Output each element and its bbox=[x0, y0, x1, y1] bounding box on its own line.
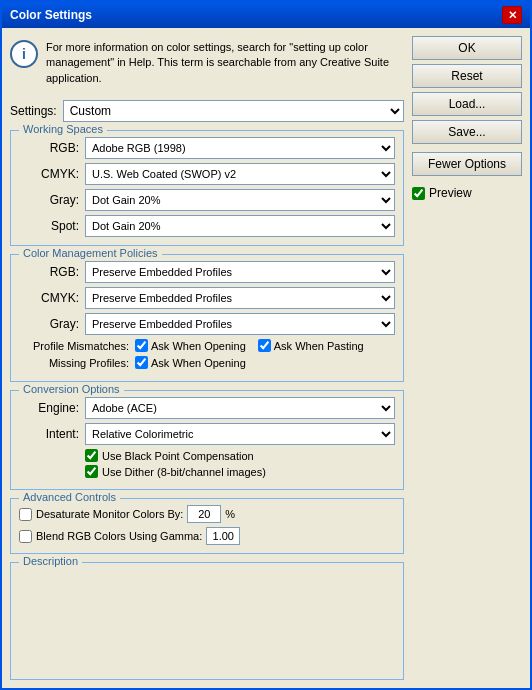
preview-label: Preview bbox=[429, 186, 472, 200]
cm-rgb-select[interactable]: Preserve Embedded Profiles bbox=[85, 261, 395, 283]
working-spaces-title: Working Spaces bbox=[19, 123, 107, 135]
advanced-controls-title: Advanced Controls bbox=[19, 491, 120, 503]
save-button[interactable]: Save... bbox=[412, 120, 522, 144]
title-bar: Color Settings ✕ bbox=[2, 2, 530, 28]
desaturate-checkbox[interactable] bbox=[19, 508, 32, 521]
cm-cmyk-label: CMYK: bbox=[19, 291, 79, 305]
cm-cmyk-select[interactable]: Preserve Embedded Profiles bbox=[85, 287, 395, 309]
description-box: Description bbox=[10, 562, 404, 680]
color-management-title: Color Management Policies bbox=[19, 247, 162, 259]
settings-select[interactable]: Custom bbox=[63, 100, 404, 122]
info-text: For more information on color settings, … bbox=[46, 40, 404, 86]
advanced-controls-inner: Desaturate Monitor Colors By: % Blend RG… bbox=[19, 505, 395, 545]
ok-button[interactable]: OK bbox=[412, 36, 522, 60]
close-button[interactable]: ✕ bbox=[502, 6, 522, 24]
missing-ask-opening-text: Ask When Opening bbox=[151, 357, 246, 369]
intent-select[interactable]: Relative Colorimetric bbox=[85, 423, 395, 445]
black-point-text: Use Black Point Compensation bbox=[102, 450, 254, 462]
ws-spot-row: Spot: Dot Gain 20% bbox=[19, 215, 395, 237]
missing-ask-opening-label: Ask When Opening bbox=[135, 356, 246, 369]
right-panel: OK Reset Load... Save... Fewer Options P… bbox=[412, 36, 522, 680]
ws-gray-label: Gray: bbox=[19, 193, 79, 207]
intent-label: Intent: bbox=[19, 427, 79, 441]
cm-rgb-row: RGB: Preserve Embedded Profiles bbox=[19, 261, 395, 283]
profile-mismatch-row: Profile Mismatches: Ask When Opening Ask… bbox=[19, 339, 395, 352]
blend-label: Blend RGB Colors Using Gamma: bbox=[36, 530, 202, 542]
info-icon: i bbox=[10, 40, 38, 68]
ws-cmyk-label: CMYK: bbox=[19, 167, 79, 181]
cm-gray-select[interactable]: Preserve Embedded Profiles bbox=[85, 313, 395, 335]
ask-opening-label: Ask When Opening bbox=[135, 339, 246, 352]
load-button[interactable]: Load... bbox=[412, 92, 522, 116]
cm-rgb-label: RGB: bbox=[19, 265, 79, 279]
blend-checkbox[interactable] bbox=[19, 530, 32, 543]
blend-input[interactable] bbox=[206, 527, 240, 545]
conversion-options-title: Conversion Options bbox=[19, 383, 124, 395]
ask-pasting-checkbox[interactable] bbox=[258, 339, 271, 352]
fewer-options-button[interactable]: Fewer Options bbox=[412, 152, 522, 176]
profile-mismatch-label: Profile Mismatches: bbox=[19, 340, 129, 352]
cm-gray-row: Gray: Preserve Embedded Profiles bbox=[19, 313, 395, 335]
dither-row: Use Dither (8-bit/channel images) bbox=[19, 465, 395, 478]
black-point-row: Use Black Point Compensation bbox=[19, 449, 395, 462]
ws-cmyk-row: CMYK: U.S. Web Coated (SWOP) v2 bbox=[19, 163, 395, 185]
dialog-body: i For more information on color settings… bbox=[2, 28, 530, 688]
dither-checkbox[interactable] bbox=[85, 465, 98, 478]
engine-select[interactable]: Adobe (ACE) bbox=[85, 397, 395, 419]
ask-opening-checkbox[interactable] bbox=[135, 339, 148, 352]
missing-ask-opening-checkbox[interactable] bbox=[135, 356, 148, 369]
dither-text: Use Dither (8-bit/channel images) bbox=[102, 466, 266, 478]
working-spaces-group: Working Spaces RGB: Adobe RGB (1998) CMY… bbox=[10, 130, 404, 246]
profile-mismatch-checks: Ask When Opening Ask When Pasting bbox=[135, 339, 364, 352]
description-title: Description bbox=[19, 555, 82, 567]
desaturate-unit: % bbox=[225, 508, 235, 520]
intent-row: Intent: Relative Colorimetric bbox=[19, 423, 395, 445]
advanced-controls-group: Advanced Controls Desaturate Monitor Col… bbox=[10, 498, 404, 554]
settings-label: Settings: bbox=[10, 104, 57, 118]
desaturate-row: Desaturate Monitor Colors By: % bbox=[19, 505, 395, 523]
color-management-group: Color Management Policies RGB: Preserve … bbox=[10, 254, 404, 382]
ws-spot-label: Spot: bbox=[19, 219, 79, 233]
dialog-title: Color Settings bbox=[10, 8, 92, 22]
info-row: i For more information on color settings… bbox=[10, 36, 404, 92]
left-panel: i For more information on color settings… bbox=[10, 36, 404, 680]
desaturate-input[interactable] bbox=[187, 505, 221, 523]
ask-opening-text: Ask When Opening bbox=[151, 340, 246, 352]
black-point-checkbox[interactable] bbox=[85, 449, 98, 462]
cm-cmyk-row: CMYK: Preserve Embedded Profiles bbox=[19, 287, 395, 309]
ws-gray-select[interactable]: Dot Gain 20% bbox=[85, 189, 395, 211]
ws-gray-row: Gray: Dot Gain 20% bbox=[19, 189, 395, 211]
missing-profiles-checks: Ask When Opening bbox=[135, 356, 246, 369]
engine-label: Engine: bbox=[19, 401, 79, 415]
color-settings-dialog: Color Settings ✕ i For more information … bbox=[0, 0, 532, 690]
ws-spot-select[interactable]: Dot Gain 20% bbox=[85, 215, 395, 237]
missing-profiles-label: Missing Profiles: bbox=[19, 357, 129, 369]
desaturate-label: Desaturate Monitor Colors By: bbox=[36, 508, 183, 520]
ask-pasting-label: Ask When Pasting bbox=[258, 339, 364, 352]
settings-row: Settings: Custom bbox=[10, 98, 404, 124]
conversion-options-group: Conversion Options Engine: Adobe (ACE) I… bbox=[10, 390, 404, 490]
ws-rgb-row: RGB: Adobe RGB (1998) bbox=[19, 137, 395, 159]
cm-gray-label: Gray: bbox=[19, 317, 79, 331]
missing-profiles-row: Missing Profiles: Ask When Opening bbox=[19, 356, 395, 369]
ws-rgb-select[interactable]: Adobe RGB (1998) bbox=[85, 137, 395, 159]
ws-cmyk-select[interactable]: U.S. Web Coated (SWOP) v2 bbox=[85, 163, 395, 185]
preview-row: Preview bbox=[412, 186, 522, 200]
blend-row: Blend RGB Colors Using Gamma: bbox=[19, 527, 395, 545]
preview-checkbox[interactable] bbox=[412, 187, 425, 200]
ws-rgb-label: RGB: bbox=[19, 141, 79, 155]
ask-pasting-text: Ask When Pasting bbox=[274, 340, 364, 352]
engine-row: Engine: Adobe (ACE) bbox=[19, 397, 395, 419]
reset-button[interactable]: Reset bbox=[412, 64, 522, 88]
